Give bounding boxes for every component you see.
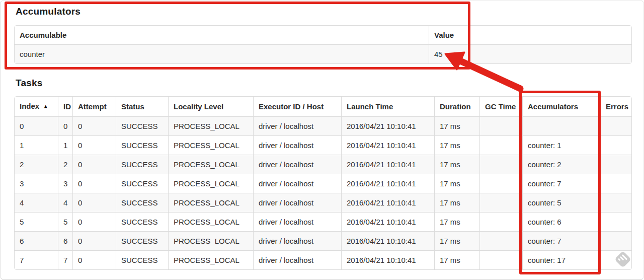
task-cell-accumulators — [522, 116, 600, 135]
task-cell-duration: 17 ms — [434, 155, 479, 174]
task-cell-accumulators: counter: 7 — [522, 231, 600, 250]
task-cell-errors — [600, 231, 631, 250]
task-cell-id: 6 — [58, 231, 72, 250]
task-cell-locality-level: PROCESS_LOCAL — [168, 231, 253, 250]
task-cell-accumulators: counter: 5 — [522, 193, 600, 212]
task-cell-duration: 17 ms — [434, 135, 479, 155]
accumulators-table-body: counter45 — [15, 44, 631, 63]
task-col-header-executor-id-host[interactable]: Executor ID / Host — [253, 97, 341, 116]
task-row: 000SUCCESSPROCESS_LOCALdriver / localhos… — [15, 116, 631, 135]
task-cell-locality-level: PROCESS_LOCAL — [168, 155, 253, 174]
task-cell-id: 2 — [58, 155, 72, 174]
task-cell-duration: 17 ms — [434, 250, 479, 269]
task-cell-duration: 17 ms — [434, 174, 479, 193]
task-cell-index: 5 — [15, 212, 58, 231]
task-cell-id: 3 — [58, 174, 72, 193]
task-cell-errors — [600, 116, 631, 135]
spark-stage-details-page: Accumulators AccumulableValue counter45 … — [0, 0, 644, 280]
task-cell-locality-level: PROCESS_LOCAL — [168, 212, 253, 231]
sort-ascending-icon: ▲ — [43, 103, 48, 109]
accumulable-col-header-accumulable[interactable]: Accumulable — [15, 26, 429, 44]
task-cell-id: 1 — [58, 135, 72, 155]
task-cell-launch-time: 2016/04/21 10:10:41 — [341, 155, 434, 174]
accumulable-col-header-value[interactable]: Value — [429, 26, 631, 44]
task-row: 440SUCCESSPROCESS_LOCALdriver / localhos… — [15, 193, 631, 212]
task-cell-errors — [600, 155, 631, 174]
task-cell-index: 3 — [15, 174, 58, 193]
task-cell-gc-time — [479, 116, 522, 135]
accumulable-cell-accumulable: counter — [15, 44, 429, 63]
task-cell-status: SUCCESS — [116, 193, 168, 212]
task-cell-executor-id-host: driver / localhost — [253, 212, 341, 231]
task-cell-id: 4 — [58, 193, 72, 212]
tasks-table-header: Index▲IDAttemptStatusLocality LevelExecu… — [15, 97, 631, 116]
task-cell-errors — [600, 174, 631, 193]
tasks-heading: Tasks — [16, 78, 42, 89]
task-cell-locality-level: PROCESS_LOCAL — [168, 250, 253, 269]
task-row: 220SUCCESSPROCESS_LOCALdriver / localhos… — [15, 155, 631, 174]
task-cell-duration: 17 ms — [434, 116, 479, 135]
task-cell-status: SUCCESS — [116, 250, 168, 269]
task-col-header-launch-time[interactable]: Launch Time — [341, 97, 434, 116]
task-cell-executor-id-host: driver / localhost — [253, 135, 341, 155]
task-cell-accumulators: counter: 6 — [522, 212, 600, 231]
task-row: 550SUCCESSPROCESS_LOCALdriver / localhos… — [15, 212, 631, 231]
task-cell-attempt: 0 — [72, 231, 116, 250]
task-cell-errors — [600, 212, 631, 231]
task-cell-executor-id-host: driver / localhost — [253, 250, 341, 269]
task-cell-executor-id-host: driver / localhost — [253, 155, 341, 174]
accumulators-heading: Accumulators — [16, 6, 80, 17]
task-cell-gc-time — [479, 155, 522, 174]
task-col-header-gc-time[interactable]: GC Time — [479, 97, 522, 116]
task-cell-gc-time — [479, 212, 522, 231]
task-cell-index: 7 — [15, 250, 58, 269]
task-col-header-accumulators[interactable]: Accumulators — [522, 97, 600, 116]
task-cell-status: SUCCESS — [116, 231, 168, 250]
task-cell-launch-time: 2016/04/21 10:10:41 — [341, 231, 434, 250]
task-row: 110SUCCESSPROCESS_LOCALdriver / localhos… — [15, 135, 631, 155]
task-cell-accumulators: counter: 1 — [522, 135, 600, 155]
task-cell-gc-time — [479, 231, 522, 250]
task-col-header-attempt[interactable]: Attempt — [72, 97, 116, 116]
task-cell-accumulators: counter: 17 — [522, 250, 600, 269]
task-cell-duration: 17 ms — [434, 212, 479, 231]
task-cell-launch-time: 2016/04/21 10:10:41 — [341, 193, 434, 212]
task-row: 770SUCCESSPROCESS_LOCALdriver / localhos… — [15, 250, 631, 269]
task-cell-attempt: 0 — [72, 135, 116, 155]
accumulable-row: counter45 — [15, 44, 631, 63]
task-cell-accumulators: counter: 2 — [522, 155, 600, 174]
task-cell-attempt: 0 — [72, 116, 116, 135]
accumulators-table: AccumulableValue counter45 — [14, 25, 632, 64]
task-cell-index: 6 — [15, 231, 58, 250]
task-col-header-errors[interactable]: Errors — [600, 97, 631, 116]
tasks-table: Index▲IDAttemptStatusLocality LevelExecu… — [14, 96, 632, 270]
task-cell-executor-id-host: driver / localhost — [253, 193, 341, 212]
task-cell-status: SUCCESS — [116, 135, 168, 155]
task-cell-index: 1 — [15, 135, 58, 155]
tasks-table-body: 000SUCCESSPROCESS_LOCALdriver / localhos… — [15, 116, 631, 269]
task-cell-attempt: 0 — [72, 212, 116, 231]
task-col-header-locality-level[interactable]: Locality Level — [168, 97, 253, 116]
task-cell-duration: 17 ms — [434, 231, 479, 250]
task-cell-status: SUCCESS — [116, 174, 168, 193]
task-cell-launch-time: 2016/04/21 10:10:41 — [341, 174, 434, 193]
task-cell-gc-time — [479, 250, 522, 269]
task-col-header-status[interactable]: Status — [116, 97, 168, 116]
task-cell-errors — [600, 193, 631, 212]
task-cell-id: 5 — [58, 212, 72, 231]
task-cell-duration: 17 ms — [434, 193, 479, 212]
task-cell-status: SUCCESS — [116, 212, 168, 231]
task-cell-index: 4 — [15, 193, 58, 212]
task-col-header-index[interactable]: Index▲ — [15, 97, 58, 116]
watermark-icon — [612, 248, 634, 270]
task-cell-locality-level: PROCESS_LOCAL — [168, 193, 253, 212]
task-cell-attempt: 0 — [72, 174, 116, 193]
task-row: 330SUCCESSPROCESS_LOCALdriver / localhos… — [15, 174, 631, 193]
task-col-header-duration[interactable]: Duration — [434, 97, 479, 116]
task-cell-executor-id-host: driver / localhost — [253, 231, 341, 250]
task-cell-launch-time: 2016/04/21 10:10:41 — [341, 250, 434, 269]
task-col-header-id[interactable]: ID — [58, 97, 72, 116]
task-cell-locality-level: PROCESS_LOCAL — [168, 116, 253, 135]
task-cell-launch-time: 2016/04/21 10:10:41 — [341, 135, 434, 155]
task-cell-gc-time — [479, 135, 522, 155]
